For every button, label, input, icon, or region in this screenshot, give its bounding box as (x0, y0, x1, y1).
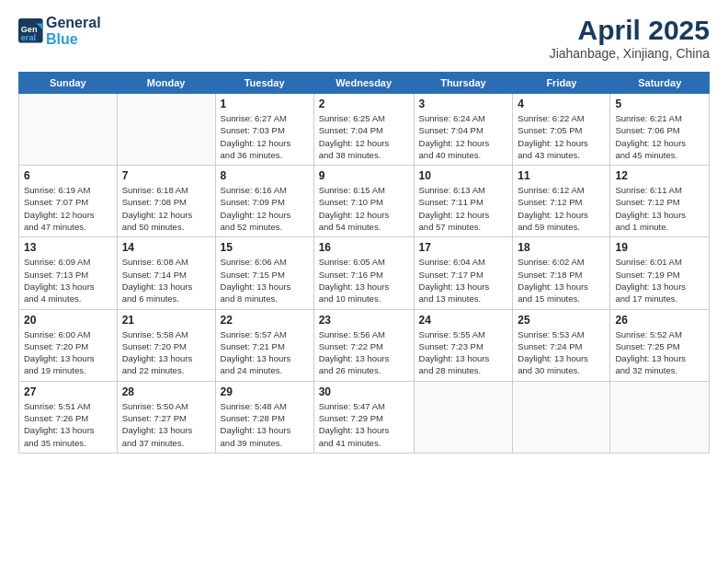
day-info: Sunrise: 5:48 AM Sunset: 7:28 PM Dayligh… (221, 400, 309, 449)
day-number: 27 (24, 385, 112, 398)
day-info: Sunrise: 5:51 AM Sunset: 7:26 PM Dayligh… (24, 400, 112, 449)
calendar-cell: 30Sunrise: 5:47 AM Sunset: 7:29 PM Dayli… (313, 381, 414, 453)
day-info: Sunrise: 6:11 AM Sunset: 7:12 PM Dayligh… (615, 184, 704, 233)
day-info: Sunrise: 6:15 AM Sunset: 7:10 PM Dayligh… (319, 184, 409, 233)
day-number: 29 (221, 385, 309, 398)
day-number: 6 (24, 169, 112, 182)
day-number: 18 (518, 241, 605, 254)
logo-name-line1: General (46, 15, 101, 31)
calendar-week-row: 13Sunrise: 6:09 AM Sunset: 7:13 PM Dayli… (19, 237, 710, 309)
day-info: Sunrise: 5:50 AM Sunset: 7:27 PM Dayligh… (122, 400, 210, 449)
day-info: Sunrise: 6:18 AM Sunset: 7:08 PM Dayligh… (122, 184, 210, 233)
day-number: 8 (221, 169, 309, 182)
weekday-header-thursday: Thursday (414, 73, 513, 94)
day-info: Sunrise: 6:27 AM Sunset: 7:03 PM Dayligh… (221, 112, 309, 161)
day-number: 28 (122, 385, 210, 398)
calendar-week-row: 20Sunrise: 6:00 AM Sunset: 7:20 PM Dayli… (19, 309, 710, 381)
day-number: 7 (122, 169, 210, 182)
day-info: Sunrise: 6:12 AM Sunset: 7:12 PM Dayligh… (518, 184, 605, 233)
calendar-cell: 18Sunrise: 6:02 AM Sunset: 7:18 PM Dayli… (513, 237, 610, 309)
calendar-cell: 14Sunrise: 6:08 AM Sunset: 7:14 PM Dayli… (117, 237, 215, 309)
page: Gen eral General Blue April 2025 Jiahanb… (0, 0, 728, 563)
logo: Gen eral General Blue (18, 15, 101, 47)
calendar-cell: 11Sunrise: 6:12 AM Sunset: 7:12 PM Dayli… (513, 166, 610, 237)
calendar-cell: 19Sunrise: 6:01 AM Sunset: 7:19 PM Dayli… (610, 237, 710, 309)
day-number: 24 (419, 314, 508, 327)
day-number: 16 (319, 241, 409, 254)
calendar-table: SundayMondayTuesdayWednesdayThursdayFrid… (18, 72, 710, 454)
day-number: 1 (221, 98, 309, 110)
day-number: 11 (518, 169, 605, 182)
calendar-cell (610, 381, 710, 453)
day-info: Sunrise: 6:19 AM Sunset: 7:07 PM Dayligh… (24, 184, 112, 233)
day-info: Sunrise: 6:02 AM Sunset: 7:18 PM Dayligh… (518, 256, 605, 304)
day-number: 15 (221, 241, 309, 254)
day-info: Sunrise: 5:58 AM Sunset: 7:20 PM Dayligh… (122, 328, 210, 377)
header: Gen eral General Blue April 2025 Jiahanb… (18, 15, 710, 61)
location-subtitle: Jiahanbage, Xinjiang, China (550, 46, 710, 61)
weekday-header-tuesday: Tuesday (215, 73, 313, 94)
calendar-cell: 8Sunrise: 6:16 AM Sunset: 7:09 PM Daylig… (215, 166, 313, 237)
day-number: 23 (319, 314, 409, 327)
calendar-week-row: 6Sunrise: 6:19 AM Sunset: 7:07 PM Daylig… (19, 166, 710, 237)
day-info: Sunrise: 5:57 AM Sunset: 7:21 PM Dayligh… (221, 328, 309, 377)
weekday-header-row: SundayMondayTuesdayWednesdayThursdayFrid… (19, 73, 710, 94)
calendar-cell: 29Sunrise: 5:48 AM Sunset: 7:28 PM Dayli… (215, 381, 313, 453)
svg-text:eral: eral (21, 32, 36, 41)
day-number: 19 (615, 241, 704, 254)
calendar-cell: 4Sunrise: 6:22 AM Sunset: 7:05 PM Daylig… (513, 94, 610, 166)
day-info: Sunrise: 6:08 AM Sunset: 7:14 PM Dayligh… (122, 256, 210, 304)
calendar-cell: 21Sunrise: 5:58 AM Sunset: 7:20 PM Dayli… (117, 309, 215, 381)
calendar-cell: 17Sunrise: 6:04 AM Sunset: 7:17 PM Dayli… (414, 237, 513, 309)
logo-icon: Gen eral (18, 18, 44, 44)
day-info: Sunrise: 6:01 AM Sunset: 7:19 PM Dayligh… (615, 256, 704, 304)
day-info: Sunrise: 5:52 AM Sunset: 7:25 PM Dayligh… (615, 328, 704, 377)
calendar-cell: 9Sunrise: 6:15 AM Sunset: 7:10 PM Daylig… (313, 166, 414, 237)
calendar-week-row: 1Sunrise: 6:27 AM Sunset: 7:03 PM Daylig… (19, 94, 710, 166)
logo-name-line2: Blue (46, 31, 101, 48)
calendar-cell (414, 381, 513, 453)
title-block: April 2025 Jiahanbage, Xinjiang, China (550, 15, 710, 61)
weekday-header-monday: Monday (117, 73, 215, 94)
weekday-header-saturday: Saturday (610, 73, 710, 94)
day-number: 9 (319, 169, 409, 182)
calendar-cell: 16Sunrise: 6:05 AM Sunset: 7:16 PM Dayli… (313, 237, 414, 309)
calendar-cell (19, 94, 118, 166)
calendar-cell (117, 94, 215, 166)
day-info: Sunrise: 6:21 AM Sunset: 7:06 PM Dayligh… (615, 112, 704, 161)
day-number: 13 (24, 241, 112, 254)
day-number: 14 (122, 241, 210, 254)
day-number: 26 (615, 314, 704, 327)
calendar-cell: 1Sunrise: 6:27 AM Sunset: 7:03 PM Daylig… (215, 94, 313, 166)
weekday-header-wednesday: Wednesday (313, 73, 414, 94)
day-number: 20 (24, 314, 112, 327)
day-info: Sunrise: 6:06 AM Sunset: 7:15 PM Dayligh… (221, 256, 309, 304)
calendar-cell: 22Sunrise: 5:57 AM Sunset: 7:21 PM Dayli… (215, 309, 313, 381)
month-title: April 2025 (550, 15, 710, 46)
day-number: 17 (419, 241, 508, 254)
calendar-cell: 6Sunrise: 6:19 AM Sunset: 7:07 PM Daylig… (19, 166, 118, 237)
calendar-cell: 15Sunrise: 6:06 AM Sunset: 7:15 PM Dayli… (215, 237, 313, 309)
day-info: Sunrise: 5:47 AM Sunset: 7:29 PM Dayligh… (319, 400, 409, 449)
calendar-cell: 7Sunrise: 6:18 AM Sunset: 7:08 PM Daylig… (117, 166, 215, 237)
day-info: Sunrise: 6:22 AM Sunset: 7:05 PM Dayligh… (518, 112, 605, 161)
calendar-cell: 5Sunrise: 6:21 AM Sunset: 7:06 PM Daylig… (610, 94, 710, 166)
day-number: 25 (518, 314, 605, 327)
day-info: Sunrise: 5:56 AM Sunset: 7:22 PM Dayligh… (319, 328, 409, 377)
day-number: 5 (615, 98, 704, 110)
day-number: 10 (419, 169, 508, 182)
calendar-cell: 24Sunrise: 5:55 AM Sunset: 7:23 PM Dayli… (414, 309, 513, 381)
calendar-cell (513, 381, 610, 453)
day-info: Sunrise: 6:16 AM Sunset: 7:09 PM Dayligh… (221, 184, 309, 233)
calendar-cell: 12Sunrise: 6:11 AM Sunset: 7:12 PM Dayli… (610, 166, 710, 237)
day-info: Sunrise: 6:09 AM Sunset: 7:13 PM Dayligh… (24, 256, 112, 304)
day-number: 12 (615, 169, 704, 182)
calendar-cell: 20Sunrise: 6:00 AM Sunset: 7:20 PM Dayli… (19, 309, 118, 381)
weekday-header-sunday: Sunday (19, 73, 118, 94)
calendar-cell: 3Sunrise: 6:24 AM Sunset: 7:04 PM Daylig… (414, 94, 513, 166)
calendar-week-row: 27Sunrise: 5:51 AM Sunset: 7:26 PM Dayli… (19, 381, 710, 453)
weekday-header-friday: Friday (513, 73, 610, 94)
day-number: 3 (419, 98, 508, 110)
calendar-cell: 2Sunrise: 6:25 AM Sunset: 7:04 PM Daylig… (313, 94, 414, 166)
day-info: Sunrise: 6:00 AM Sunset: 7:20 PM Dayligh… (24, 328, 112, 377)
